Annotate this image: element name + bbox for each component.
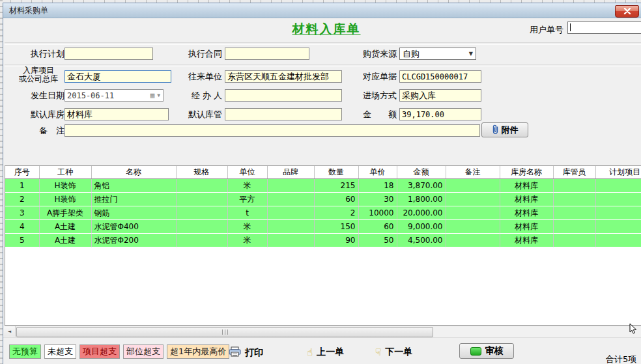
cell-plan [595, 234, 641, 247]
column-header-brand[interactable]: 品牌 [267, 166, 314, 179]
cell-amount: 20,000.00 [397, 206, 446, 220]
cell-unit: 平方 [227, 193, 267, 206]
counterparty-label: 往来单位 [166, 70, 222, 83]
dialog-titlebar[interactable]: 材料采购单 [3, 3, 641, 18]
warehouse-input[interactable] [64, 108, 169, 120]
cell-name: 水泥管Φ400 [91, 220, 176, 234]
cell-spec [176, 220, 227, 234]
close-button[interactable] [615, 5, 639, 18]
entry-mode-input[interactable] [399, 89, 481, 102]
column-header-plan[interactable]: 计划项目 [595, 166, 641, 179]
user-no-input[interactable] [567, 21, 641, 34]
table-row[interactable]: 4A土建水泥管Φ400米150609,000.00材料库 [5, 220, 641, 234]
cell-amount: 3,870.00 [397, 179, 446, 193]
project-label: 入库项目 或公司总库 [12, 66, 64, 83]
cell-seq: 4 [5, 220, 39, 234]
legend-badge: 无预算 [9, 344, 41, 359]
keeper-input[interactable] [225, 108, 342, 120]
cell-warehouse: 材料库 [500, 179, 553, 193]
column-header-remark[interactable]: 备注 [446, 166, 500, 179]
print-button[interactable]: 打印 [229, 346, 263, 359]
keeper-label: 默认库管 [166, 108, 222, 120]
cell-name: 水泥管Φ200 [91, 234, 176, 247]
amount-input[interactable] [399, 108, 481, 120]
project-input[interactable] [64, 70, 171, 83]
date-picker[interactable]: 2015-06-11 ▦ ▼ [64, 89, 164, 102]
screen: 材料采购单 材料入库单 用户单号 执行计划 执行合同 购货来源 自购 ▼ 入库项… [0, 0, 641, 364]
cell-name: 角铝 [91, 179, 176, 193]
cell-warehouse: 材料库 [500, 206, 553, 220]
handler-input[interactable] [225, 89, 342, 102]
cell-seq: 1 [5, 179, 39, 193]
exec-plan-label: 执行计划 [12, 48, 64, 60]
purchase-source-select[interactable]: 自购 ▼ [399, 48, 476, 60]
next-doc-button[interactable]: ☟ 下一单 [375, 346, 412, 358]
cell-plan [595, 179, 641, 193]
remark-input[interactable] [64, 124, 480, 137]
table-row[interactable]: 2H装饰推拉门平方60301,800.00材料库 [5, 193, 641, 206]
warehouse-label: 默认库房 [12, 108, 64, 120]
cell-warehouse: 材料库 [500, 193, 553, 206]
hand-up-icon: ☝ [307, 348, 313, 357]
purchase-source-label: 购货来源 [341, 48, 397, 60]
hand-down-icon: ☟ [375, 348, 381, 357]
column-header-unit[interactable]: 单位 [227, 166, 267, 179]
exec-contract-label: 执行合同 [166, 48, 222, 60]
items-table: 序号工种名称规格单位品牌数量单价金额备注库房名称库管员计划项目 1H装饰角铝米2… [5, 166, 641, 247]
counterparty-input[interactable] [225, 70, 342, 83]
cell-name: 推拉门 [91, 193, 176, 206]
column-header-qty[interactable]: 数量 [314, 166, 358, 179]
print-label: 打印 [245, 347, 263, 359]
column-header-keeper[interactable]: 库管员 [553, 166, 595, 179]
chevron-down-icon: ▼ [157, 92, 160, 98]
column-header-warehouse[interactable]: 库房名称 [500, 166, 553, 179]
cell-price: 30 [358, 193, 397, 206]
attachment-button[interactable]: 附件 [481, 122, 528, 137]
entry-mode-label: 进场方式 [341, 89, 397, 102]
date-value: 2015-06-11 [67, 91, 114, 100]
cell-seq: 2 [5, 193, 39, 206]
exec-contract-input[interactable] [225, 48, 309, 60]
cell-worktype: H装饰 [39, 179, 91, 193]
exec-plan-input[interactable] [64, 48, 153, 60]
horizontal-scrollbar[interactable]: ◄ [4, 326, 641, 337]
cell-qty: 60 [314, 193, 358, 206]
cell-price: 18 [358, 179, 397, 193]
table-row[interactable]: 1H装饰角铝米215183,870.00材料库 [5, 179, 641, 193]
table-row[interactable]: 5A土建水泥管Φ200米90504,500.00材料库 [5, 234, 641, 247]
column-header-name[interactable]: 名称 [91, 166, 176, 179]
remark-label: 备 注 [12, 124, 64, 137]
column-header-amount[interactable]: 金额 [397, 166, 446, 179]
purchase-source-value: 自购 [403, 48, 420, 60]
previous-doc-button[interactable]: ☝ 上一单 [307, 346, 344, 358]
doc-no-input[interactable] [399, 70, 481, 83]
dialog-title: 材料采购单 [9, 5, 48, 16]
cell-brand [267, 193, 314, 206]
scroll-left-arrow-icon[interactable]: ◄ [4, 326, 16, 337]
audit-button[interactable]: 审核 [459, 343, 514, 359]
cell-qty: 150 [314, 220, 358, 234]
cell-unit: 米 [227, 220, 267, 234]
column-header-price[interactable]: 单价 [358, 166, 397, 179]
text-caret [570, 23, 571, 31]
cell-name: 钢筋 [91, 206, 176, 220]
cell-warehouse: 材料库 [500, 234, 553, 247]
cell-seq: 3 [5, 206, 39, 220]
column-header-worktype[interactable]: 工种 [39, 166, 91, 179]
column-header-spec[interactable]: 规格 [176, 166, 227, 179]
cell-price: 50 [358, 234, 397, 247]
cell-qty: 90 [314, 234, 358, 247]
scrollbar-thumb-grip [222, 329, 228, 335]
cell-brand [267, 179, 314, 193]
cell-price: 60 [358, 220, 397, 234]
cell-spec [176, 193, 227, 206]
calendar-icon: ▦ [150, 91, 155, 100]
cell-remark [446, 193, 500, 206]
table-row[interactable]: 3A脚手架类钢筋t21000020,000.00材料库 [5, 206, 641, 220]
status-bar: 无预算未超支项目超支部位超支超1年内最高价 打印 ☝ 上一单 [3, 337, 641, 364]
column-header-seq[interactable]: 序号 [5, 166, 39, 179]
legend-badge: 未超支 [44, 344, 76, 359]
chevron-down-icon: ▼ [469, 51, 473, 57]
scrollbar-thumb[interactable] [16, 327, 433, 337]
cell-remark [446, 206, 500, 220]
